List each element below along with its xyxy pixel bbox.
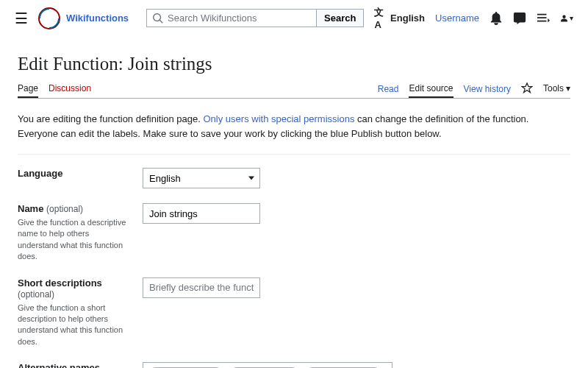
translate-icon: 文A xyxy=(374,6,387,30)
site-name: Wikifunctions xyxy=(66,13,129,24)
tab-read[interactable]: Read xyxy=(378,79,399,97)
search-input[interactable] xyxy=(147,10,316,26)
tab-edit-source[interactable]: Edit source xyxy=(409,79,453,98)
language-select[interactable]: English xyxy=(143,168,260,188)
tools-label: Tools xyxy=(543,83,564,93)
hamburger-menu-icon[interactable]: ☰ xyxy=(15,10,28,27)
main-content: Edit Function: Join strings Page Discuss… xyxy=(0,54,588,368)
watch-star-icon[interactable] xyxy=(521,82,533,94)
divider xyxy=(18,154,570,155)
shortdesc-label: Short descriptions xyxy=(18,277,102,289)
tools-dropdown[interactable]: Tools▾ xyxy=(543,83,570,93)
username-link[interactable]: Username xyxy=(435,13,479,24)
logo-icon xyxy=(38,7,60,29)
name-input[interactable] xyxy=(143,203,260,224)
search-button[interactable]: Search xyxy=(316,10,363,26)
search-icon xyxy=(153,13,163,24)
name-label: Name xyxy=(18,203,43,214)
user-menu-icon[interactable]: ▾ xyxy=(560,12,573,25)
altnames-label: Alternative names xyxy=(18,362,100,368)
header: ☰ Wikifunctions Search 文A English Userna… xyxy=(0,0,588,36)
notices-icon[interactable] xyxy=(513,12,526,25)
page-title: Edit Function: Join strings xyxy=(18,54,570,74)
tab-discussion[interactable]: Discussion xyxy=(49,79,91,98)
search-box: Search xyxy=(146,9,364,27)
language-selector[interactable]: 文A English xyxy=(374,6,425,30)
alerts-icon[interactable] xyxy=(490,12,503,25)
header-right: 文A English Username ▾ xyxy=(374,6,573,30)
shortdesc-hint: Give the function a short description to… xyxy=(18,302,131,348)
tabs-row: Page Discussion Read Edit source View hi… xyxy=(18,79,570,99)
notice-text: You are editing the function definition … xyxy=(18,112,570,141)
chevron-down-icon: ▾ xyxy=(566,83,570,93)
tab-view-history[interactable]: View history xyxy=(464,79,511,97)
language-label: English xyxy=(390,13,425,24)
permissions-link[interactable]: Only users with special permissions xyxy=(204,113,355,124)
tab-page[interactable]: Page xyxy=(18,79,38,98)
name-hint: Give the function a descriptive name to … xyxy=(18,217,131,263)
altnames-chips[interactable]: Concatenate✕ Link strings✕ Chain strings… xyxy=(143,362,392,368)
language-label: Language xyxy=(18,168,131,179)
shortdesc-input[interactable] xyxy=(143,277,260,298)
site-logo-link[interactable]: Wikifunctions xyxy=(38,7,129,29)
watchlist-icon[interactable] xyxy=(537,12,550,25)
